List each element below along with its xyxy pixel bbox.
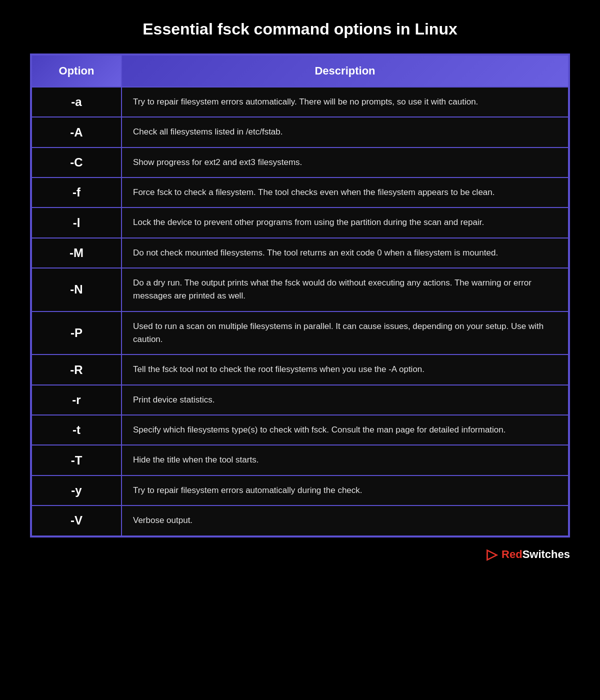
table-row: -PUsed to run a scan on multiple filesys… [32,312,568,355]
table-row: -yTry to repair filesystem errors automa… [32,476,568,506]
table-row: -ACheck all filesystems listed in /etc/f… [32,117,568,147]
logo-text: RedSwitches [502,548,570,561]
page-title: Essential fsck command options in Linux [30,20,570,38]
description-column-header: Description [122,55,568,87]
option-cell: -l [32,208,122,238]
option-cell: -A [32,117,122,147]
option-cell: -N [32,268,122,312]
fsck-options-table: Option Description -aTry to repair files… [31,54,569,536]
description-cell: Do not check mounted filesystems. The to… [122,238,568,268]
logo-icon: ▷ [486,548,498,562]
option-cell: -y [32,476,122,506]
description-cell: Lock the device to prevent other program… [122,208,568,238]
description-cell: Verbose output. [122,506,568,536]
description-cell: Try to repair filesystem errors automati… [122,476,568,506]
description-cell: Do a dry run. The output prints what the… [122,268,568,312]
table-row: -fForce fsck to check a filesystem. The … [32,178,568,208]
description-cell: Show progress for ext2 and ext3 filesyst… [122,148,568,178]
option-cell: -M [32,238,122,268]
table-row: -aTry to repair filesystem errors automa… [32,87,568,117]
description-cell: Try to repair filesystem errors automati… [122,87,568,117]
option-cell: -P [32,312,122,355]
option-cell: -C [32,148,122,178]
table-row: -NDo a dry run. The output prints what t… [32,268,568,312]
option-cell: -R [32,354,122,384]
table-row: -CShow progress for ext2 and ext3 filesy… [32,148,568,178]
table-body: -aTry to repair filesystem errors automa… [32,87,568,536]
table-header-row: Option Description [32,55,568,87]
table-row: -VVerbose output. [32,506,568,536]
main-table-container: Option Description -aTry to repair files… [30,54,570,538]
description-cell: Specify which filesystems type(s) to che… [122,415,568,445]
logo-area: ▷ RedSwitches [30,548,570,562]
table-row: -tSpecify which filesystems type(s) to c… [32,415,568,445]
option-cell: -f [32,178,122,208]
option-cell: -V [32,506,122,536]
description-cell: Print device statistics. [122,385,568,415]
table-row: -MDo not check mounted filesystems. The … [32,238,568,268]
table-row: -THide the title when the tool starts. [32,445,568,475]
description-cell: Check all filesystems listed in /etc/fst… [122,117,568,147]
description-cell: Hide the title when the tool starts. [122,445,568,475]
table-row: -lLock the device to prevent other progr… [32,208,568,238]
description-cell: Tell the fsck tool not to check the root… [122,354,568,384]
table-row: -RTell the fsck tool not to check the ro… [32,354,568,384]
description-cell: Force fsck to check a filesystem. The to… [122,178,568,208]
table-row: -rPrint device statistics. [32,385,568,415]
option-column-header: Option [32,55,122,87]
description-cell: Used to run a scan on multiple filesyste… [122,312,568,355]
option-cell: -T [32,445,122,475]
option-cell: -r [32,385,122,415]
option-cell: -t [32,415,122,445]
option-cell: -a [32,87,122,117]
